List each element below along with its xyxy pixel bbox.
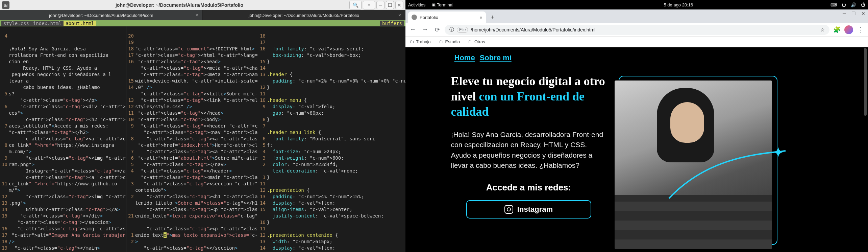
vim-buffer-file-active[interactable]: about.html xyxy=(64,21,96,26)
social-link-instagram[interactable]: Instagram xyxy=(466,200,591,219)
sparkle-icon: ✦ xyxy=(772,144,784,161)
volume-icon[interactable]: 🔊 xyxy=(851,2,856,7)
chrome-new-tab-button[interactable]: + xyxy=(488,13,497,22)
swoosh-decoration xyxy=(667,147,789,202)
page-scrollbar[interactable] xyxy=(863,48,867,251)
chrome-menu-button[interactable]: ⋮ xyxy=(856,25,865,35)
page-nav: Home Sobre mi xyxy=(451,53,823,62)
chrome-tab-title: Portafolio xyxy=(420,15,438,20)
nav-link-about[interactable]: Sobre mi xyxy=(480,53,512,62)
window-minimize-button[interactable]: ─ xyxy=(843,11,846,16)
info-icon[interactable]: ⓘ xyxy=(449,27,454,33)
folder-icon: 🗀 xyxy=(468,39,472,44)
puzzle-icon: 🧩 xyxy=(833,26,841,33)
right-monitor: Activities ▣ Terminal 5 de ago 20:16 ⌨ ⏻… xyxy=(405,0,868,252)
hero-title: Eleve tu negocio digital a otro nivel co… xyxy=(451,74,606,119)
chrome-forward-button[interactable]: → xyxy=(420,25,430,35)
plus-icon: + xyxy=(491,14,495,21)
bookmark-label: Estudio xyxy=(445,39,460,44)
nav-link-home[interactable]: Home xyxy=(454,53,475,62)
terminal-title: john@Developer: ~/Documents/Alura/Modulo… xyxy=(9,2,349,8)
chrome-toolbar: ← → ⟳ ⓘ File /home/john/Documents/Alura/… xyxy=(405,23,868,37)
terminal-menu-button[interactable]: ≡ xyxy=(363,1,375,9)
chrome-extensions-button[interactable]: 🧩 xyxy=(832,25,842,35)
terminal-close-button[interactable]: ✕ xyxy=(395,1,403,9)
power-icon[interactable]: ⏻ xyxy=(861,2,865,7)
favicon-icon xyxy=(412,15,417,20)
terminal-tab-2[interactable]: john@Developer: ~/Documents/Alura/Modulo… xyxy=(203,10,405,20)
bookmark-folder-otros[interactable]: 🗀 Otros xyxy=(468,39,485,44)
hero-image-frame: ✦ xyxy=(619,76,777,245)
arrow-left-icon: ← xyxy=(410,26,416,33)
vim-editor[interactable]: 4 5 6 7 8 9 10 11 12 13 14 15 16 17 18 1… xyxy=(0,26,405,252)
gnome-activities[interactable]: Activities xyxy=(408,2,425,7)
bookmark-folder-trabajo[interactable]: 🗀 Trabajo xyxy=(410,39,431,44)
maximize-icon: ☐ xyxy=(388,2,392,8)
vim-bufferline: style.css index.html about.html buffers xyxy=(0,20,405,26)
chrome-profile-avatar[interactable] xyxy=(844,25,853,34)
close-icon[interactable]: × xyxy=(398,13,401,18)
terminal-tab-1[interactable]: john@Developer: ~/Documents/Alura/Modulo… xyxy=(0,10,203,20)
terminal-icon: ▣ xyxy=(431,2,437,7)
terminal-minimize-button[interactable]: ─ xyxy=(376,1,385,9)
search-icon: 🔍 xyxy=(353,2,358,8)
keyboard-layout-icon[interactable]: ⌨ xyxy=(830,2,837,7)
gnome-active-app[interactable]: ▣ Terminal xyxy=(431,2,453,7)
vim-buffer-file[interactable]: style.css xyxy=(1,21,31,26)
chrome-tab[interactable]: Portafolio × xyxy=(408,12,486,23)
window-close-button[interactable]: ✕ xyxy=(861,11,865,16)
gnome-clock[interactable]: 5 de ago 20:16 xyxy=(664,2,693,7)
chrome-url-text: /home/john/Documents/Alura/Modulo5/Porta… xyxy=(471,27,595,32)
terminal-tabstrip: john@Developer: ~/Documents/Alura/Modulo… xyxy=(0,10,405,20)
hero-body: ¡Hola! Soy Ana Garcia, desarrolladora Fr… xyxy=(451,130,606,171)
chrome-omnibox[interactable]: ⓘ File /home/john/Documents/Alura/Modulo… xyxy=(445,25,829,35)
gnome-status-area[interactable]: ⌨ ⏻ 🔊 ⏻ xyxy=(830,2,865,7)
folder-icon: 🗀 xyxy=(439,39,443,44)
terminal-tab-label: john@Developer: ~/Documents/Alura/Modulo… xyxy=(49,13,153,18)
bookmark-label: Trabajo xyxy=(416,39,431,44)
page-viewport[interactable]: Home Sobre mi Eleve tu negocio digital a… xyxy=(405,47,868,252)
vim-gutter: 4 5 6 7 8 9 10 11 12 13 14 15 16 17 18 1… xyxy=(0,33,9,251)
terminal-maximize-button[interactable]: ☐ xyxy=(386,1,394,9)
star-icon[interactable]: ☆ xyxy=(820,27,825,32)
chrome-back-button[interactable]: ← xyxy=(408,25,418,35)
terminal-window: ⊞ john@Developer: ~/Documents/Alura/Modu… xyxy=(0,0,405,252)
hamburger-icon: ≡ xyxy=(368,2,370,8)
social-link-label: Instagram xyxy=(517,205,553,214)
vim-pane-middle[interactable]: 20 19 18 17 16 15 14 13 12 11 10 9 8 7 6… xyxy=(126,26,258,252)
network-icon[interactable]: ⏻ xyxy=(842,2,846,7)
gnome-top-bar: Activities ▣ Terminal 5 de ago 20:16 ⌨ ⏻… xyxy=(405,0,868,9)
vim-gutter: 18 17 16 15 14 13 12 11 10 9 8 7 6 5 4 3… xyxy=(258,33,267,251)
bookmark-label: Otros xyxy=(474,39,485,44)
chrome-url-scheme-chip: File xyxy=(457,27,468,33)
terminal-app-icon: ⊞ xyxy=(2,1,9,9)
minimize-icon: ─ xyxy=(379,2,382,8)
kebab-icon: ⋮ xyxy=(858,26,864,33)
vim-code[interactable]: "c-attr">class="c-comment"><!DOCTYPE htm… xyxy=(135,46,258,252)
close-icon[interactable]: × xyxy=(196,13,198,18)
terminal-search-button[interactable]: 🔍 xyxy=(349,1,362,9)
instagram-icon xyxy=(504,205,513,214)
vim-gutter: 20 19 18 17 16 15 14 13 12 11 10 9 8 7 6… xyxy=(126,33,135,251)
terminal-tab-label: john@Developer: ~/Documents/Alura/Modulo… xyxy=(249,13,359,18)
window-maximize-button[interactable]: ☐ xyxy=(851,11,856,16)
folder-icon: 🗀 xyxy=(410,39,414,44)
close-icon[interactable]: × xyxy=(479,15,482,20)
arrow-right-icon: → xyxy=(422,26,428,33)
terminal-titlebar: ⊞ john@Developer: ~/Documents/Alura/Modu… xyxy=(0,0,405,10)
chrome-reload-button[interactable]: ⟳ xyxy=(432,25,442,35)
vim-bufferline-label: buffers xyxy=(380,21,404,26)
bookmark-folder-estudio[interactable]: 🗀 Estudio xyxy=(439,39,460,44)
close-icon: ✕ xyxy=(397,2,401,8)
reload-icon: ⟳ xyxy=(435,26,440,33)
vim-code[interactable]: font-family: "c-val">sans-serif; box-siz… xyxy=(267,46,405,252)
vim-pane-left[interactable]: 4 5 6 7 8 9 10 11 12 13 14 15 16 17 18 1… xyxy=(0,26,126,252)
vim-code[interactable]: ¡Hola! Soy Ana Garcia, desa rrolladora F… xyxy=(9,46,126,252)
vim-buffer-file[interactable]: index.html xyxy=(31,21,64,26)
chrome-tabstrip: Portafolio × + ─ ☐ ✕ xyxy=(405,9,868,23)
chrome-window: Portafolio × + ─ ☐ ✕ ← → ⟳ ⓘ File xyxy=(405,9,868,252)
page-scrollbar-thumb[interactable] xyxy=(864,48,867,116)
vim-pane-right[interactable]: 18 17 16 15 14 13 12 11 10 9 8 7 6 5 4 3… xyxy=(258,26,405,252)
chrome-bookmarks-bar: 🗀 Trabajo 🗀 Estudio 🗀 Otros xyxy=(405,37,868,47)
socials-heading: Accede a mis redes: xyxy=(451,182,606,193)
